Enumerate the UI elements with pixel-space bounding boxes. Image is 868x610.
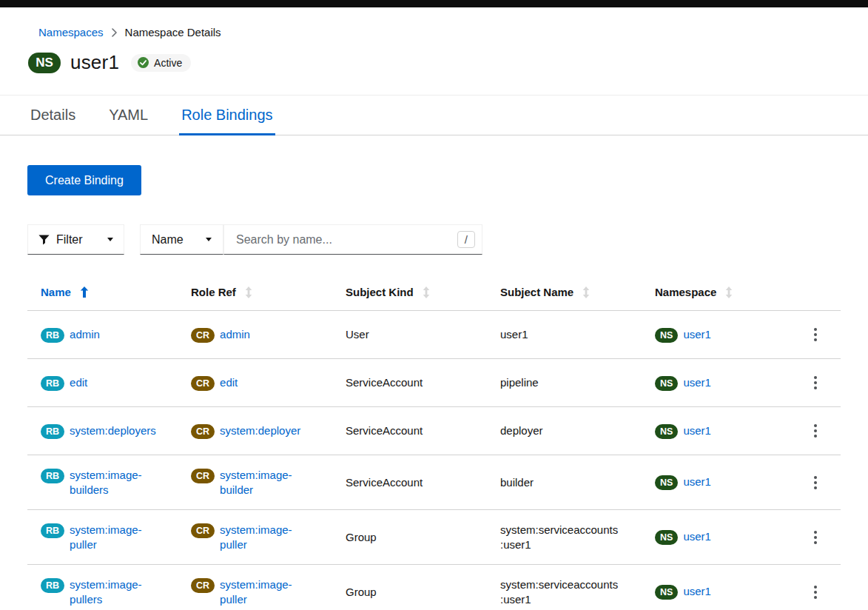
kebab-dot [814, 338, 817, 341]
search-shortcut-key: / [457, 231, 475, 248]
kebab-dot [814, 429, 817, 432]
subject-name-text: system:serviceaccounts:user1 [500, 523, 619, 552]
cell-name: RB system:image-builders [27, 455, 191, 510]
namespace-badge: NS [655, 475, 678, 490]
kebab-menu-button[interactable] [808, 581, 823, 603]
clusterrole-badge: CR [191, 328, 215, 343]
kebab-dot [814, 596, 817, 599]
check-circle-icon [138, 57, 149, 68]
table-row: RB system:image-builders CR system:image… [27, 455, 841, 510]
kebab-dot [814, 481, 817, 484]
column-header-name: Name [27, 277, 191, 311]
kebab-dot [814, 435, 817, 438]
kebab-menu-button[interactable] [808, 526, 823, 549]
cell-subject-name: deployer [500, 407, 655, 455]
sort-button[interactable]: Subject Kind [346, 286, 430, 298]
rolebinding-link[interactable]: system:image-puller [70, 523, 163, 552]
namespace-resource: NS user1 [655, 475, 784, 490]
namespace-resource: NS user1 [655, 529, 784, 545]
cell-namespace: NS user1 [655, 455, 794, 510]
cell-subject-kind: ServiceAccount [346, 455, 500, 510]
breadcrumb-link-namespaces[interactable]: Namespaces [38, 26, 104, 38]
column-header-label: Name [41, 286, 71, 298]
namespace-badge: NS [655, 530, 678, 545]
cell-namespace: NS user1 [655, 407, 794, 455]
namespace-resource: NS user1 [655, 584, 784, 600]
column-header-subject-name: Subject Name [500, 277, 655, 311]
namespace-link[interactable]: user1 [683, 375, 711, 390]
clusterrole-link[interactable]: edit [220, 375, 238, 390]
subject-name-text: deployer [500, 423, 543, 438]
filter-funnel-icon [38, 235, 50, 245]
column-header-namespace: Namespace [655, 277, 794, 311]
kebab-menu-button[interactable] [808, 372, 823, 394]
rolebinding-badge: RB [41, 523, 64, 538]
create-binding-button[interactable]: Create Binding [27, 165, 141, 195]
tab-role-bindings[interactable]: Role Bindings [179, 95, 275, 135]
rolebinding-link[interactable]: system:image-pullers [70, 577, 163, 606]
table-row: RB system:image-puller CR system:image-p… [27, 510, 841, 565]
clusterrole-link[interactable]: admin [220, 327, 250, 342]
subject-name-text: pipeline [500, 375, 539, 390]
rolebinding-badge: RB [41, 578, 64, 593]
subject-name-text: builder [500, 475, 534, 490]
clusterrole-badge: CR [191, 578, 215, 593]
sort-button[interactable]: Role Ref [191, 286, 252, 298]
kebab-menu-button[interactable] [808, 420, 823, 442]
cell-name: RB system:image-pullers [27, 565, 191, 610]
namespace-link[interactable]: user1 [683, 423, 711, 438]
kebab-dot [814, 376, 817, 379]
rolebinding-resource: RB admin [41, 327, 181, 343]
name-filter-dropdown[interactable]: Name [140, 224, 223, 255]
rolebinding-resource: RB edit [41, 375, 181, 391]
namespace-resource: NS user1 [655, 423, 784, 439]
namespace-link[interactable]: user1 [683, 529, 711, 544]
tab-yaml[interactable]: YAML [107, 95, 150, 135]
sort-button[interactable]: Name [41, 286, 89, 298]
cell-subject-name: user1 [500, 311, 655, 359]
rolebinding-link[interactable]: system:deployers [70, 423, 156, 438]
clusterrole-link[interactable]: system:deployer [220, 423, 300, 438]
cell-subject-name: system:serviceaccounts:user1 [500, 510, 655, 565]
namespace-resource: NS user1 [655, 327, 784, 343]
clusterrole-link[interactable]: system:image-builder [220, 468, 313, 497]
namespace-link[interactable]: user1 [683, 475, 711, 489]
rolebinding-badge: RB [41, 328, 64, 343]
cell-role-ref: CR system:deployer [191, 407, 346, 455]
kebab-menu-button[interactable] [808, 472, 823, 494]
kebab-dot [814, 328, 817, 331]
namespace-link[interactable]: user1 [683, 584, 711, 599]
rolebinding-link[interactable]: edit [70, 375, 87, 390]
clusterrole-badge: CR [191, 376, 215, 391]
search-input[interactable] [235, 232, 457, 247]
clusterrole-resource: CR admin [191, 327, 335, 343]
cell-subject-kind: User [346, 311, 500, 359]
cell-role-ref: CR edit [191, 359, 346, 407]
page-title: user1 [70, 51, 119, 74]
rolebinding-resource: RB system:deployers [41, 423, 181, 439]
cell-name: RB system:image-puller [27, 510, 191, 565]
cell-subject-kind: ServiceAccount [346, 359, 500, 407]
filter-toolbar: Filter Name / [27, 224, 841, 255]
kebab-menu-button[interactable] [808, 324, 823, 346]
cell-actions [794, 407, 841, 455]
namespace-link[interactable]: user1 [683, 327, 711, 342]
rolebinding-link[interactable]: admin [70, 327, 100, 342]
clusterrole-link[interactable]: system:image-puller [220, 577, 313, 606]
clusterrole-link[interactable]: system:image-puller [220, 523, 313, 552]
filter-dropdown[interactable]: Filter [27, 224, 124, 255]
rolebinding-badge: RB [41, 469, 64, 483]
rolebinding-resource: RB system:image-puller [41, 523, 181, 552]
sort-button[interactable]: Subject Name [500, 286, 590, 298]
rolebinding-badge: RB [41, 376, 64, 391]
sortable-icon [725, 286, 733, 298]
kebab-dot [814, 591, 817, 594]
cell-subject-kind: Group [346, 565, 500, 610]
cell-namespace: NS user1 [655, 510, 794, 565]
kebab-dot [814, 333, 817, 336]
cell-actions [794, 311, 841, 359]
cell-role-ref: CR system:image-puller [191, 510, 346, 565]
tab-details[interactable]: Details [28, 95, 78, 135]
rolebinding-link[interactable]: system:image-builders [70, 468, 163, 497]
sort-button[interactable]: Namespace [655, 286, 733, 298]
